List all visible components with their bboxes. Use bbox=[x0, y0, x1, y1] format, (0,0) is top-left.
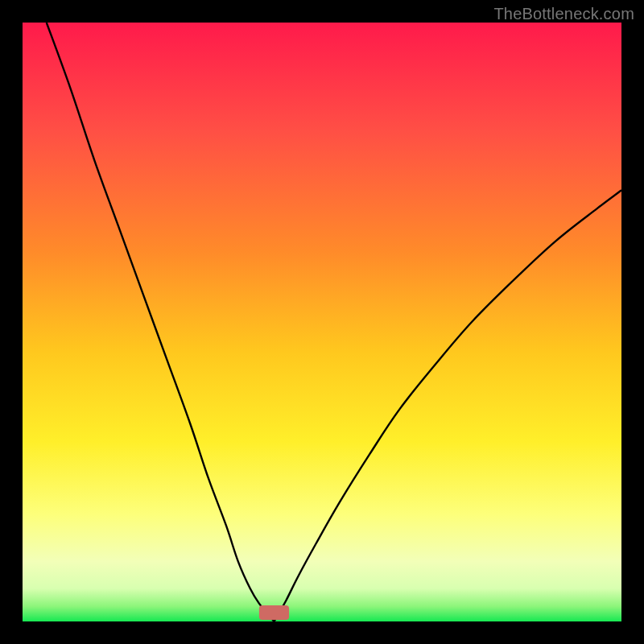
watermark-text: TheBottleneck.com bbox=[493, 5, 634, 23]
minimum-marker bbox=[259, 605, 289, 620]
chart-frame: TheBottleneck.com bbox=[0, 0, 644, 644]
chart-svg bbox=[23, 23, 621, 621]
plot-area bbox=[23, 23, 621, 621]
